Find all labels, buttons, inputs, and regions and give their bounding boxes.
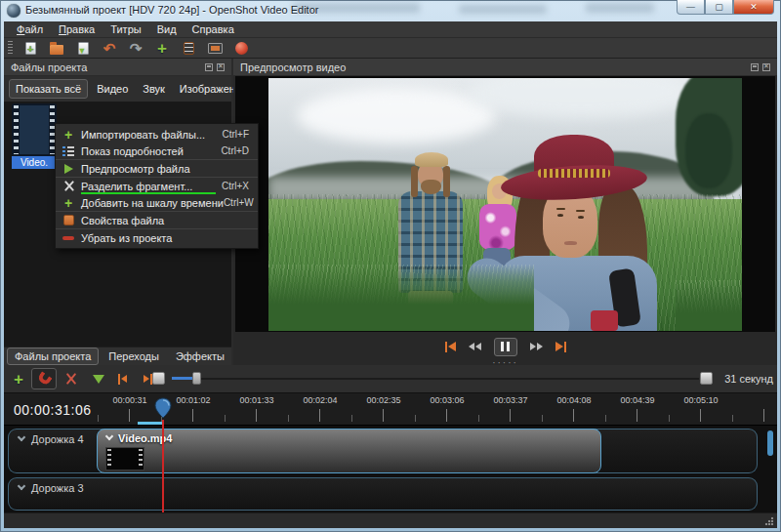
previous-marker-button[interactable] [111,369,133,389]
add-track-button[interactable]: + [8,369,29,389]
new-project-button[interactable]: + [20,39,41,57]
scissors-icon [62,180,75,192]
toolbar-grip-handle[interactable] [8,41,13,55]
zoom-out-icon[interactable] [152,372,165,385]
zoom-slider-handle[interactable] [192,372,201,385]
file-filter-tabs: Показать всё Видео Звук Изображение » [4,76,231,102]
down-arrow-badge-icon: ▼ [78,47,87,56]
add-marker-icon [93,375,104,384]
zoom-slider-track[interactable] [172,378,699,380]
track-row-3[interactable]: Дорожка 3 [8,477,758,511]
tab-audio[interactable]: Звук [137,80,171,98]
menu-help[interactable]: Справка [185,22,242,36]
timeline-ruler[interactable]: 00:00:31:06 00:00:31 00:01:02 00:01:33 0… [4,392,777,426]
woman-red-garment [591,310,618,331]
rewind-icon [475,343,481,350]
choose-profile-button[interactable] [178,39,199,57]
menu-item-label: Убрать из проекта [81,232,249,244]
remove-icon [62,231,75,244]
zoom-in-icon[interactable] [700,372,713,385]
maximize-button[interactable]: ▢ [705,0,733,15]
jump-to-start-button[interactable] [445,342,456,352]
menu-item-file-properties[interactable]: Свойства файла [56,212,258,229]
undo-button[interactable]: ↶ [99,39,120,57]
file-context-menu: + Импортировать файлы... Ctrl+F Показ по… [55,123,259,249]
redo-button[interactable]: ↷ [125,39,146,57]
redo-icon: ↷ [130,41,143,56]
fast-forward-button[interactable] [530,343,543,350]
menu-item-preview-file[interactable]: Предпросмотр файла [56,160,258,178]
open-project-button[interactable] [46,39,67,57]
timeline-tracks: Дорожка 4 Video.mp4 До [4,426,777,512]
rewind-button[interactable] [469,343,481,350]
zoom-scale-label: 31 секунд [724,373,773,385]
add-track-icon: + [14,371,23,388]
rewind-icon [469,343,474,350]
export-video-button[interactable] [230,39,252,57]
ruler-label: 00:04:39 [614,395,661,405]
video-frame[interactable] [268,78,742,331]
fullscreen-button[interactable] [204,39,226,57]
menu-item-label: Предпросмотр файла [81,163,249,175]
play-pause-button[interactable] [494,338,517,356]
playhead-line[interactable] [162,420,164,512]
import-files-button[interactable]: + [151,39,173,57]
vertical-scrollbar-thumb[interactable] [767,430,773,456]
application-window: Безымянный проект [HDV 720 24p] - OpenSh… [0,0,781,532]
jump-start-bar-icon [445,342,447,352]
filmstrip-sprockets [14,105,19,154]
close-panel-icon[interactable] [217,63,225,71]
video-file-label[interactable]: Video. [12,156,57,169]
menu-edit[interactable]: Правка [51,22,103,36]
ruler-label: 00:00:31 [106,395,153,405]
video-preview-panel: Предпросмотр видео [233,59,777,365]
close-panel-icon[interactable] [762,63,770,71]
menu-item-split-clip[interactable]: Разделить фрагмент... Ctrl+X [56,178,258,194]
menu-item-show-details[interactable]: Показ подробностей Ctrl+D [56,143,258,160]
tab-project-files[interactable]: Файлы проекта [7,348,99,365]
chevron-down-icon[interactable] [18,433,25,441]
menu-file[interactable]: Файл [9,22,51,36]
minimize-button[interactable]: — [677,0,705,15]
menu-item-add-to-timeline[interactable]: + Добавить на шкалу времени Ctrl+W [56,194,258,212]
app-logo-icon [7,4,21,18]
tab-show-all[interactable]: Показать всё [9,79,88,99]
tab-transitions[interactable]: Переходы [102,348,166,364]
video-letterbox-area [235,76,775,332]
tab-effects[interactable]: Эффекты [169,348,231,364]
snapping-toggle-button[interactable] [31,368,57,389]
snap-magnet-icon [36,371,52,387]
girl-tiedye-shirt [479,204,516,250]
woman-hat-band [538,169,610,178]
menu-item-import-files[interactable]: + Импортировать файлы... Ctrl+F [56,126,258,143]
video-preview-header: Предпросмотр видео [233,59,777,76]
menu-item-shortcut: Ctrl+F [223,129,250,140]
timeline-clip-video[interactable]: Video.mp4 [97,429,601,473]
app-client-area: Файл Правка Титры Вид Справка + ▼ ↶ ↷ + … [4,21,777,528]
save-project-button[interactable]: ▼ [72,39,94,57]
add-marker-button[interactable] [88,369,109,389]
horizontal-scroll-strip[interactable] [4,512,777,528]
resize-grip[interactable] [764,516,774,526]
razor-tool-button[interactable] [61,369,82,389]
main-toolbar: + ▼ ↶ ↷ + [4,38,777,59]
titlebar[interactable]: Безымянный проект [HDV 720 24p] - OpenSh… [0,0,781,21]
man-beard [421,180,441,194]
chevron-down-icon[interactable] [105,432,113,440]
clip-name: Video.mp4 [118,432,172,444]
timeline-toolbar: + 31 секунд [4,365,777,392]
menu-item-remove-from-project[interactable]: Убрать из проекта [56,229,258,246]
previous-marker-icon [118,374,127,385]
playhead-marker[interactable] [154,397,172,421]
video-file-thumbnail[interactable] [12,103,57,156]
man-hair [443,166,450,197]
float-panel-icon[interactable] [751,63,759,71]
tab-video[interactable]: Видео [91,80,134,98]
jump-to-end-button[interactable] [555,342,566,352]
chevron-down-icon[interactable] [18,482,25,490]
close-button[interactable]: ✕ [733,0,774,15]
menu-view[interactable]: Вид [149,22,185,36]
menu-titles[interactable]: Титры [103,22,148,36]
float-panel-icon[interactable] [205,63,213,71]
fast-forward-icon [537,343,543,350]
